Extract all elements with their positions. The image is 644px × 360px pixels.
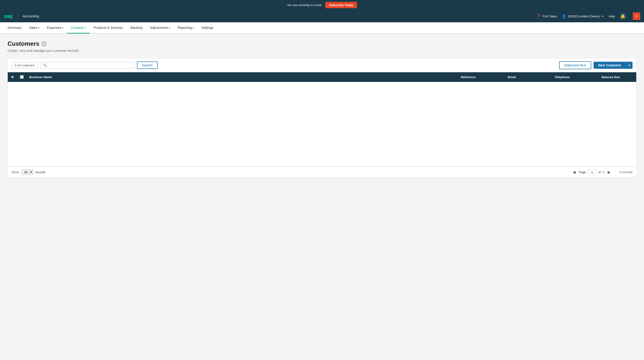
- records-label: records: [36, 170, 46, 174]
- page-label: Page: [579, 170, 586, 174]
- nav-banking-label: Banking: [131, 26, 142, 30]
- gear-icon[interactable]: ⚙: [11, 75, 14, 79]
- page-content: Customers i Create, view and manage your…: [0, 34, 644, 356]
- customers-table: ⚙ Business Name Reference Email Telephon…: [8, 72, 636, 167]
- toolbar-right: Statement Run New Customer ▾: [559, 61, 632, 69]
- app-name: Accounting: [23, 14, 39, 18]
- new-customer-button[interactable]: New Customer: [594, 62, 626, 69]
- top-navbar: sage Accounting ❓ First Tasks 👤 IDDQD Li…: [0, 10, 644, 22]
- user-icon: 👤: [562, 14, 566, 19]
- table-body: [8, 82, 636, 166]
- bell-icon: 🔔: [620, 14, 625, 19]
- first-tasks-label: First Tasks: [542, 15, 557, 18]
- search-box: 🔍: [40, 62, 134, 69]
- nav-item-adjustments[interactable]: Adjustments ▾: [146, 22, 174, 34]
- records-per-page-select[interactable]: 10 25 50: [22, 169, 33, 175]
- trial-text: You are currently in a trial: [287, 3, 322, 7]
- nav-item-expenses[interactable]: Expenses ▾: [43, 22, 67, 34]
- pagination-bar: Show 10 25 50 records ◀ Page of 1 ▶ 0 re…: [8, 167, 636, 178]
- table-col-telephone: Telephone: [552, 72, 599, 82]
- of-label: of: [598, 170, 601, 174]
- table-header: ⚙ Business Name Reference Email Telephon…: [8, 72, 636, 82]
- search-icon: 🔍: [43, 63, 47, 67]
- page-header: Customers i Create, view and manage your…: [8, 40, 636, 53]
- nav-item-settings[interactable]: Settings: [198, 22, 217, 34]
- nav-expenses-label: Expenses: [47, 26, 61, 30]
- chevron-down-icon: ▾: [38, 27, 40, 29]
- chevron-down-icon: ▾: [193, 27, 194, 29]
- first-tasks-button[interactable]: ❓ First Tasks: [536, 14, 557, 19]
- svg-text:sage: sage: [4, 14, 12, 19]
- page-subtitle: Create, view and manage your customer re…: [8, 49, 636, 53]
- prev-page-button[interactable]: ◀: [571, 169, 577, 175]
- page-title: Customers: [8, 40, 40, 47]
- logo-divider: [17, 13, 18, 20]
- nav-item-contacts[interactable]: Contacts ▾: [67, 22, 90, 34]
- records-count: 0 records: [620, 170, 632, 174]
- chevron-down-icon: ▼: [602, 15, 604, 18]
- info-icon[interactable]: i: [42, 42, 46, 46]
- main-navbar: Summary Sales ▾ Expenses ▾ Contacts ▾ Pr…: [0, 22, 644, 34]
- nav-sales-label: Sales: [29, 26, 37, 30]
- notifications-button[interactable]: 🔔: [620, 13, 626, 20]
- next-page-button[interactable]: ▶: [606, 169, 612, 175]
- user-account-button[interactable]: 👤 IDDQD Limited (Owner) ▼: [562, 14, 604, 19]
- table-col-email: Email: [505, 72, 552, 82]
- chevron-down-icon: ▾: [628, 63, 630, 67]
- nav-item-summary[interactable]: Summary: [4, 22, 25, 34]
- nav-contacts-label: Contacts: [71, 26, 84, 30]
- select-all-checkbox[interactable]: [20, 75, 24, 79]
- page-footer: English (US) © The Sage Group plc 2021: [0, 356, 644, 360]
- trial-banner: You are currently in a trial Subscribe T…: [0, 0, 644, 10]
- chevron-down-icon: ▾: [62, 27, 63, 29]
- nav-reporting-label: Reporting: [178, 26, 192, 30]
- nav-item-banking[interactable]: Banking: [127, 22, 146, 34]
- user-account-label: IDDQD Limited (Owner): [568, 15, 600, 18]
- nav-products-label: Products & Services: [94, 26, 123, 30]
- nav-item-sales[interactable]: Sales ▾: [25, 22, 43, 34]
- selected-count-badge: 0 of 0 selected: [12, 62, 38, 69]
- new-customer-button-group: New Customer ▾: [594, 62, 632, 69]
- page-title-row: Customers i: [8, 40, 636, 47]
- table-col-reference: Reference: [458, 72, 505, 82]
- nav-adjustments-label: Adjustments: [150, 26, 168, 30]
- table-header-checkbox[interactable]: [17, 72, 26, 82]
- toolbar: 0 of 0 selected 🔍 Search Statement Run N…: [8, 58, 636, 72]
- chevron-down-icon: ▾: [169, 27, 170, 29]
- table-col-business-name: Business Name: [26, 72, 458, 82]
- search-button[interactable]: Search: [137, 62, 158, 69]
- sage-logo: sage: [4, 14, 12, 19]
- top-nav-right: ❓ First Tasks 👤 IDDQD Limited (Owner) ▼ …: [536, 13, 640, 20]
- statement-run-button[interactable]: Statement Run: [559, 61, 591, 69]
- nav-item-products-services[interactable]: Products & Services: [90, 22, 127, 34]
- help-link[interactable]: Help: [608, 15, 615, 18]
- new-customer-dropdown-button[interactable]: ▾: [626, 62, 632, 69]
- nav-summary-label: Summary: [8, 26, 22, 30]
- table-header-gear[interactable]: ⚙: [8, 72, 17, 82]
- question-circle-icon: ❓: [536, 14, 541, 19]
- total-pages: 1: [603, 170, 604, 174]
- page-number-input[interactable]: [588, 169, 596, 175]
- nav-settings-label: Settings: [202, 26, 214, 30]
- nav-item-reporting[interactable]: Reporting ▾: [174, 22, 198, 34]
- chevron-down-icon: ▾: [85, 26, 86, 29]
- table-col-balance-due: Balance Due: [599, 72, 636, 82]
- page-navigation: ◀ Page of 1 ▶: [571, 169, 612, 175]
- subscribe-button[interactable]: Subscribe Today: [325, 2, 357, 8]
- show-label: Show: [12, 170, 19, 174]
- quick-add-button[interactable]: +: [633, 13, 640, 20]
- search-input[interactable]: [49, 63, 132, 67]
